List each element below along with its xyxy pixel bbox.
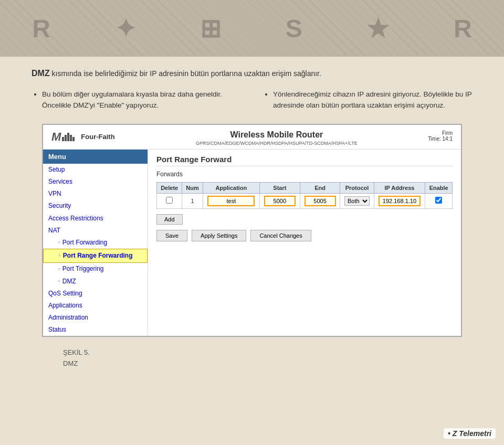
router-time-value: Time: 14:1 [428, 136, 453, 142]
logo-bars [62, 133, 75, 141]
logo-bar-1 [62, 137, 64, 141]
router-sidebar: Menu Setup Services VPN Security Access … [43, 150, 148, 336]
sidebar-item-administration[interactable]: Administration [43, 312, 148, 324]
logo-text: Four-Faith [81, 133, 114, 141]
banner-decoration-1: R [32, 14, 50, 43]
logo-bar-4 [70, 135, 72, 141]
sidebar-item-status[interactable]: Status [43, 324, 148, 336]
save-button[interactable]: Save [156, 230, 187, 241]
col-enable: Enable [425, 182, 453, 193]
col-start: Start [260, 182, 300, 193]
start-input[interactable] [264, 196, 296, 206]
table-header-row: Delete Num Application Start End Protoco… [157, 182, 453, 193]
figure-label: ŞEKİL 5. DMZ [63, 347, 90, 369]
apply-button[interactable]: Apply Settings [192, 230, 246, 241]
right-bullet-1: Yönlendireceğimiz cihazın IP adresini gi… [273, 89, 472, 111]
sidebar-item-setup[interactable]: Setup [43, 164, 148, 176]
add-button[interactable]: Add [156, 214, 183, 225]
sidebar-item-port-forwarding[interactable]: Port Forwarding [43, 237, 148, 249]
table-row: 1 Both [157, 193, 453, 208]
router-subtitle: GPRS/CDMA/EDGE/WCDMA/HDR/HSDPA/HSUPA/TD-… [125, 141, 428, 146]
figure-title: DMZ [63, 358, 90, 369]
sidebar-item-services[interactable]: Services [43, 176, 148, 188]
col-end: End [300, 182, 340, 193]
forward-table: Delete Num Application Start End Protoco… [156, 182, 453, 209]
router-time: Firm Time: 14:1 [428, 130, 453, 142]
col-application: Application [203, 182, 259, 193]
banner-decoration-5: ★ [366, 14, 389, 43]
application-input[interactable] [207, 196, 255, 206]
router-body: Menu Setup Services VPN Security Access … [43, 150, 461, 336]
bottom-labels: ŞEKİL 5. DMZ [32, 337, 472, 380]
router-time-firm: Firm [428, 130, 453, 136]
cell-start [260, 193, 300, 208]
col-protocol: Protocol [340, 182, 374, 193]
router-screenshot: M Four-Faith Wireless Mobile Router GPRS… [42, 124, 462, 337]
sidebar-item-port-range-forwarding[interactable]: Port Range Forwarding [43, 249, 148, 263]
cell-enable [425, 193, 453, 208]
router-title: Wireless Mobile Router [125, 130, 428, 140]
banner-decoration-6: R [454, 14, 472, 43]
content-area: DMZ kısmında ise belirlediğimiz bir IP a… [0, 57, 504, 390]
sidebar-item-port-triggering[interactable]: Port Triggering [43, 263, 148, 275]
router-main-content: Port Range Forward Forwards Delete Num A… [148, 150, 461, 336]
cell-ip-address [374, 193, 425, 208]
sidebar-item-dmz[interactable]: DMZ [43, 276, 148, 288]
banner-decoration-4: S [286, 14, 302, 43]
intro-text: kısmında ise belirlediğimiz bir IP adres… [52, 69, 321, 78]
top-banner: R ✦ ⊞ S ★ R [0, 0, 504, 57]
action-buttons: Save Apply Settings Cancel Changes [156, 230, 453, 241]
left-column: Bu bölüm diğer uygulamalara kıyasla bira… [32, 89, 242, 113]
sidebar-menu-header: Menu [43, 150, 148, 164]
cell-application [203, 193, 259, 208]
sidebar-item-applications[interactable]: Applications [43, 300, 148, 312]
router-title-area: Wireless Mobile Router GPRS/CDMA/EDGE/WC… [115, 130, 428, 146]
cancel-button[interactable]: Cancel Changes [250, 230, 311, 241]
logo-bar-5 [72, 137, 75, 141]
sidebar-item-vpn[interactable]: VPN [43, 188, 148, 200]
banner-pattern: R ✦ ⊞ S ★ R [0, 0, 504, 57]
banner-decoration-2: ✦ [115, 14, 136, 43]
section-label: Forwards [156, 171, 453, 178]
two-column-section: Bu bölüm diğer uygulamalara kıyasla bira… [32, 89, 472, 113]
sidebar-item-access-restrictions[interactable]: Access Restrictions [43, 213, 148, 225]
sidebar-item-nat[interactable]: NAT [43, 225, 148, 237]
figure-number: ŞEKİL 5. [63, 347, 90, 358]
col-ip-address: IP Address [374, 182, 425, 193]
router-logo-icon: M [51, 130, 75, 144]
router-logo-area: M Four-Faith [51, 130, 115, 144]
intro-paragraph: DMZ kısmında ise belirlediğimiz bir IP a… [32, 67, 472, 80]
cell-protocol: Both TCP UDP [340, 193, 374, 208]
sidebar-item-qos[interactable]: QoS Setting [43, 288, 148, 300]
dmz-bold: DMZ [32, 69, 50, 78]
cell-end [300, 193, 340, 208]
router-header: M Four-Faith Wireless Mobile Router GPRS… [43, 125, 461, 150]
logo-m-letter: M [51, 130, 61, 144]
end-input[interactable] [304, 196, 336, 206]
ip-address-input[interactable] [379, 196, 421, 206]
page-title: Port Range Forward [156, 155, 453, 166]
col-num: Num [182, 182, 203, 193]
logo-bar-2 [65, 135, 67, 141]
delete-checkbox[interactable] [166, 197, 173, 204]
left-bullet-1: Bu bölüm diğer uygulamalara kıyasla bira… [42, 89, 242, 111]
sidebar-item-security[interactable]: Security [43, 200, 148, 212]
right-column: Yönlendireceğimiz cihazın IP adresini gi… [262, 89, 472, 113]
enable-checkbox[interactable] [435, 197, 442, 204]
banner-decoration-3: ⊞ [200, 14, 221, 43]
cell-num: 1 [182, 193, 203, 208]
col-delete: Delete [157, 182, 182, 193]
watermark: Z Telemetri [444, 428, 496, 439]
cell-delete [157, 193, 182, 208]
protocol-select[interactable]: Both TCP UDP [344, 196, 370, 206]
logo-bar-3 [67, 133, 69, 141]
